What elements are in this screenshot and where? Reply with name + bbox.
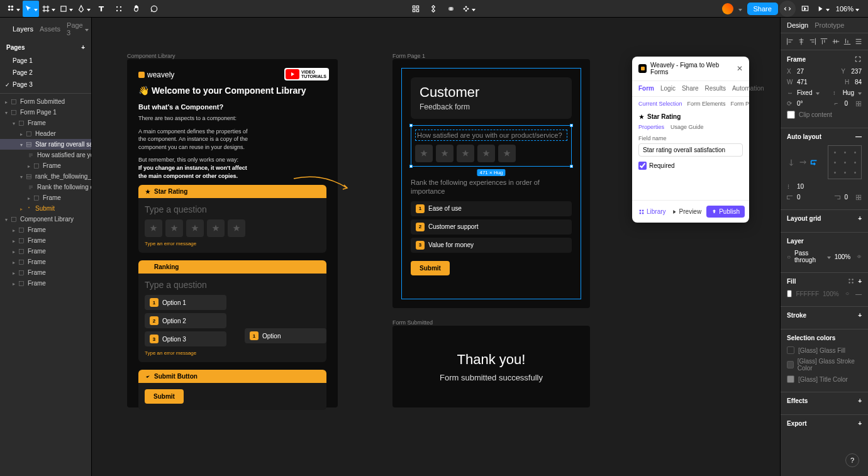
page-item-2[interactable]: Page 2 bbox=[0, 67, 91, 79]
design-tab[interactable]: Design bbox=[787, 21, 808, 29]
al-pad-v[interactable]: 0 bbox=[844, 194, 848, 201]
align-right-button[interactable] bbox=[808, 37, 817, 46]
add-export-button[interactable] bbox=[858, 420, 862, 427]
selection-handle-br[interactable] bbox=[570, 165, 573, 168]
plugin-subtab-elements[interactable]: Form Elements bbox=[687, 101, 726, 107]
plugin-subtab-pages[interactable]: Form Pages bbox=[731, 101, 749, 107]
layer-rank-following-text[interactable]: Rank the following experi... bbox=[0, 182, 91, 192]
layer-frame-2[interactable]: Frame bbox=[0, 160, 91, 171]
layer-cl-frame-4[interactable]: Frame bbox=[0, 257, 91, 267]
plugin-tab-results[interactable]: Results bbox=[705, 85, 726, 92]
weavely-plugin-panel[interactable]: Weavely - Figma to Web Forms ✕ Form Logi… bbox=[632, 57, 749, 223]
al-horizontal-button[interactable] bbox=[798, 158, 807, 167]
shape-tool-button[interactable] bbox=[58, 1, 74, 17]
create-component-button[interactable] bbox=[460, 1, 477, 17]
fill-visibility-icon[interactable] bbox=[845, 291, 849, 297]
layer-component-library[interactable]: Component Library bbox=[0, 214, 91, 224]
add-stroke-button[interactable] bbox=[858, 312, 862, 319]
component-controls-button[interactable] bbox=[408, 1, 424, 17]
artboard-form-submitted[interactable]: Thank you! Form submitted successfully bbox=[392, 326, 590, 407]
preview-button[interactable]: Preview bbox=[671, 208, 702, 215]
layer-rank-following[interactable]: rank_the_following_experience... bbox=[0, 171, 91, 182]
layer-frame-1[interactable]: Frame bbox=[0, 118, 91, 128]
align-left-button[interactable] bbox=[786, 37, 794, 46]
user-avatar[interactable] bbox=[722, 3, 733, 14]
plugin-tab-share[interactable]: Share bbox=[682, 85, 699, 92]
al-pad-independent[interactable] bbox=[855, 194, 862, 201]
plugin-tab-logic[interactable]: Logic bbox=[660, 85, 676, 92]
zoom-dropdown[interactable]: 106% bbox=[832, 5, 863, 13]
layer-cl-frame-5[interactable]: Frame bbox=[0, 267, 91, 278]
plugin-tab-form[interactable]: Form bbox=[638, 85, 654, 92]
align-top-button[interactable] bbox=[820, 37, 828, 46]
add-fill-button[interactable] bbox=[858, 278, 862, 285]
radius-value[interactable]: 0 bbox=[844, 100, 848, 107]
w-value[interactable]: 471 bbox=[797, 79, 808, 86]
selection-handle-tl[interactable] bbox=[409, 124, 413, 127]
align-bottom-button[interactable] bbox=[843, 37, 852, 46]
layer-header[interactable]: Header bbox=[0, 128, 91, 139]
rotation-value[interactable]: 0° bbox=[797, 100, 803, 107]
resources-button[interactable] bbox=[111, 1, 127, 17]
canvas[interactable]: Component Library Form Page 1 Form Submi… bbox=[92, 18, 780, 476]
layer-cl-frame-3[interactable]: Frame bbox=[0, 246, 91, 257]
frame-label-form[interactable]: Form Page 1 bbox=[392, 53, 425, 59]
radius-independent-button[interactable] bbox=[855, 101, 862, 107]
frame-label-clib[interactable]: Component Library bbox=[127, 53, 175, 59]
fill-color-swatch[interactable] bbox=[787, 290, 792, 297]
frame-label-submitted[interactable]: Form Submitted bbox=[392, 319, 433, 326]
page-item-1[interactable]: Page 1 bbox=[0, 55, 91, 67]
publish-button[interactable]: Publish bbox=[706, 206, 745, 218]
boolean-button[interactable] bbox=[443, 1, 459, 17]
layer-cl-frame-2[interactable]: Frame bbox=[0, 235, 91, 246]
sc-swatch-1[interactable] bbox=[787, 346, 794, 354]
layer-cl-frame-1[interactable]: Frame bbox=[0, 224, 91, 235]
help-button[interactable]: ? bbox=[845, 453, 859, 467]
layer-submit[interactable]: Submit bbox=[0, 203, 91, 214]
blend-mode[interactable]: Pass through bbox=[794, 250, 823, 263]
x-value[interactable]: 27 bbox=[797, 68, 804, 75]
al-pad-h[interactable]: 0 bbox=[797, 194, 801, 201]
selection-handle-bl[interactable] bbox=[409, 165, 413, 168]
plugin-props-tab[interactable]: Properties bbox=[638, 124, 664, 130]
h-value[interactable]: 84 bbox=[855, 79, 862, 86]
al-gap-value[interactable]: 10 bbox=[797, 183, 804, 190]
comment-tool-button[interactable] bbox=[146, 1, 162, 17]
align-hcenter-button[interactable] bbox=[797, 37, 806, 46]
selected-star-rating-frame[interactable]: How satisfied are you with our product/s… bbox=[411, 125, 572, 167]
page-item-3[interactable]: Page 3 bbox=[0, 79, 91, 91]
layer-visibility-icon[interactable] bbox=[857, 253, 862, 260]
resize-to-fit-button[interactable] bbox=[854, 55, 862, 63]
fill-opacity[interactable]: 100% bbox=[823, 291, 839, 297]
present-button[interactable] bbox=[797, 1, 813, 17]
artboard-form-page-1[interactable]: Customer Feedback form How satisfied are… bbox=[392, 59, 590, 308]
remove-fill-button[interactable]: — bbox=[855, 291, 862, 297]
prototype-tab[interactable]: Prototype bbox=[815, 21, 844, 29]
video-tutorials-button[interactable]: VIDEOTUTORIALS bbox=[284, 68, 329, 80]
clip-content-checkbox[interactable] bbox=[787, 111, 795, 119]
assets-tab[interactable]: Assets bbox=[40, 25, 60, 33]
layer-frame-3[interactable]: Frame bbox=[0, 192, 91, 203]
align-vcenter-button[interactable] bbox=[832, 37, 840, 46]
pen-tool-button[interactable] bbox=[75, 1, 92, 17]
align-more-button[interactable] bbox=[854, 37, 863, 46]
v-constraint[interactable]: Hug bbox=[843, 89, 854, 96]
field-name-input[interactable] bbox=[638, 143, 743, 157]
y-value[interactable]: 237 bbox=[851, 68, 862, 75]
share-button[interactable]: Share bbox=[747, 3, 778, 15]
sc-swatch-2[interactable] bbox=[787, 361, 794, 368]
add-page-button[interactable] bbox=[81, 44, 85, 51]
text-tool-button[interactable] bbox=[93, 1, 109, 17]
sc-swatch-3[interactable] bbox=[787, 375, 794, 383]
layer-opacity[interactable]: 100% bbox=[835, 253, 851, 260]
layer-form-submitted[interactable]: Form Submitted bbox=[0, 96, 91, 107]
artboard-component-library[interactable]: weavely VIDEOTUTORIALS 👋 Welcome to your… bbox=[127, 59, 338, 407]
al-vertical-button[interactable] bbox=[787, 158, 796, 167]
plugin-tab-automation[interactable]: Automation bbox=[732, 85, 764, 92]
fill-hex[interactable]: FFFFFF bbox=[796, 291, 819, 297]
layer-star-rating[interactable]: Star rating overall satisfaction bbox=[0, 139, 91, 150]
move-tool-button[interactable] bbox=[23, 1, 39, 17]
library-link[interactable]: Library bbox=[638, 208, 666, 215]
play-button[interactable] bbox=[815, 1, 831, 17]
plugin-close-button[interactable]: ✕ bbox=[737, 64, 743, 73]
